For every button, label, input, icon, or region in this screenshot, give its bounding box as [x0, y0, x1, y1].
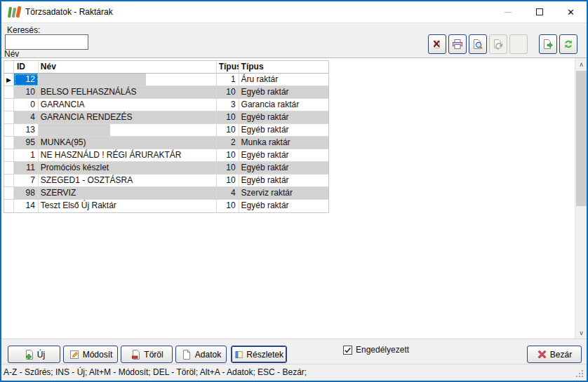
- cell-name: Teszt Első Új Raktár: [39, 200, 217, 212]
- print-preview-button[interactable]: [469, 34, 487, 54]
- cell-type-code: 3: [217, 99, 239, 111]
- details-button-label: Részletek: [246, 350, 283, 360]
- blank-name-block: [39, 74, 146, 86]
- toolbar: [428, 34, 577, 54]
- row-indicator-cell: [4, 200, 14, 212]
- cell-type-name: Egyéb raktár: [239, 111, 328, 124]
- blank-name-block: [39, 124, 110, 136]
- print-icon: [452, 39, 463, 50]
- cell-name: [39, 74, 217, 86]
- data-icon: [181, 349, 192, 360]
- cell-type-code: 2: [217, 137, 239, 149]
- export-button[interactable]: [539, 34, 557, 54]
- header-type-code[interactable]: Típus: [217, 61, 239, 74]
- close-window-button[interactable]: Bezár: [527, 346, 582, 363]
- details-button[interactable]: Részletek: [231, 346, 287, 363]
- table-row[interactable]: 0GARANCIA3Garancia raktár: [4, 99, 328, 111]
- enabled-checkbox-group[interactable]: Engedélyezett: [343, 345, 409, 355]
- cell-id: 4: [14, 111, 39, 124]
- row-indicator-cell: [4, 187, 14, 200]
- table-row[interactable]: 10BELSO FELHASZNÁLÁS10Egyéb raktár: [4, 86, 328, 99]
- row-indicator-cell: [4, 99, 14, 111]
- scroll-down-icon[interactable]: ∨: [575, 327, 587, 339]
- row-indicator-cell: [4, 149, 14, 162]
- row-indicator-cell: [4, 86, 14, 99]
- cell-type-name: Munka raktár: [239, 137, 328, 149]
- table-row[interactable]: 98SZERVIZ4Szerviz raktár: [4, 187, 328, 200]
- row-indicator-cell: [4, 175, 14, 187]
- grid-body: ▶121Áru raktár10BELSO FELHASZNÁLÁS10Egyé…: [4, 74, 328, 212]
- search-label: Keresés:: [7, 25, 40, 35]
- cell-name: Promóciós készlet: [39, 162, 217, 175]
- cell-type-code: 10: [217, 86, 239, 99]
- cell-type-code: 10: [217, 111, 239, 124]
- delete-icon: [130, 349, 141, 360]
- delete-button-label: Töröl: [144, 350, 163, 360]
- resize-grip[interactable]: [576, 370, 577, 371]
- cell-name: MUNKA(95): [39, 137, 217, 149]
- row-indicator-cell: [4, 137, 14, 149]
- cell-name: SZEGED1 - OSZTÁSRA: [39, 175, 217, 187]
- cell-id: 10: [14, 86, 39, 99]
- edit-button-label: Módosít: [83, 350, 113, 360]
- cell-name: [39, 124, 217, 137]
- cell-id: 1: [14, 149, 39, 162]
- edit-button[interactable]: Módosít: [63, 346, 118, 363]
- table-row[interactable]: 1NE HASZNÁLD ! RÉGI ÁRURAKTÁR10Egyéb rak…: [4, 149, 328, 162]
- new-icon: [23, 349, 34, 360]
- table-header-row: ID Név Típus Típus: [4, 61, 328, 74]
- cell-type-code: 10: [217, 149, 239, 162]
- search-input[interactable]: [5, 34, 88, 50]
- edit-icon: [69, 349, 80, 360]
- enabled-checkbox[interactable]: [343, 346, 352, 355]
- undo-icon: [493, 39, 504, 50]
- cell-type-code: 1: [217, 74, 239, 86]
- cell-type-code: 10: [217, 162, 239, 175]
- cell-type-code: 10: [217, 200, 239, 212]
- header-name[interactable]: Név: [39, 61, 217, 74]
- row-indicator-cell: [4, 162, 14, 175]
- table-row[interactable]: 4GARANCIA RENDEZÉS10Egyéb raktár: [4, 111, 328, 124]
- status-bar-text: A-Z - Szűrés; INS - Új; Alt+M - Módosít;…: [4, 364, 307, 380]
- scrollbar-thumb[interactable]: [576, 71, 587, 206]
- cell-name: GARANCIA RENDEZÉS: [39, 111, 217, 124]
- cell-name: BELSO FELHASZNÁLÁS: [39, 86, 217, 99]
- search-toolbar-section: Keresés: Név: [1, 22, 587, 57]
- header-id[interactable]: ID: [14, 61, 39, 74]
- app-window: Törzsadatok - Raktárak ✕ Keresés: Név: [0, 0, 588, 382]
- close-button[interactable]: ✕: [555, 1, 587, 22]
- delete-button[interactable]: Töröl: [121, 346, 173, 363]
- table-row[interactable]: 1310Egyéb raktár: [4, 124, 328, 137]
- vertical-scrollbar[interactable]: ∧ ∨: [575, 58, 587, 339]
- current-row-indicator-icon: ▶: [4, 74, 14, 86]
- new-button[interactable]: Új: [8, 346, 60, 363]
- data-button[interactable]: Adatok: [175, 346, 227, 363]
- cell-type-name: Áru raktár: [239, 74, 328, 86]
- table-row[interactable]: 7SZEGED1 - OSZTÁSRA10Egyéb raktár: [4, 175, 328, 187]
- cell-type-name: Egyéb raktár: [239, 175, 328, 187]
- table-row[interactable]: 14Teszt Első Új Raktár10Egyéb raktár: [4, 200, 328, 212]
- cell-id: 12: [14, 74, 39, 86]
- enabled-checkbox-label: Engedélyezett: [356, 345, 409, 355]
- close-icon: ✕: [567, 8, 575, 17]
- new-button-label: Új: [37, 350, 45, 360]
- cell-id: 0: [14, 99, 39, 111]
- table-row[interactable]: ▶121Áru raktár: [4, 74, 328, 86]
- scroll-up-icon[interactable]: ∧: [575, 58, 587, 70]
- row-indicator-cell: [4, 111, 14, 124]
- cell-type-name: Szerviz raktár: [239, 187, 328, 200]
- cell-name: GARANCIA: [39, 99, 217, 111]
- refresh-button[interactable]: [559, 34, 577, 54]
- cell-type-name: Egyéb raktár: [239, 149, 328, 162]
- header-type-name[interactable]: Típus: [239, 61, 328, 74]
- clear-filter-button[interactable]: [428, 34, 446, 54]
- cell-id: 14: [14, 200, 39, 212]
- print-button[interactable]: [448, 34, 467, 54]
- maximize-button[interactable]: [523, 1, 555, 22]
- checkmark-icon: [344, 346, 352, 354]
- cell-type-code: 10: [217, 175, 239, 187]
- cell-type-name: Egyéb raktár: [239, 162, 328, 175]
- cell-name: SZERVIZ: [39, 187, 217, 200]
- table-row[interactable]: 95MUNKA(95)2Munka raktár: [4, 137, 328, 149]
- table-row[interactable]: 11Promóciós készlet10Egyéb raktár: [4, 162, 328, 175]
